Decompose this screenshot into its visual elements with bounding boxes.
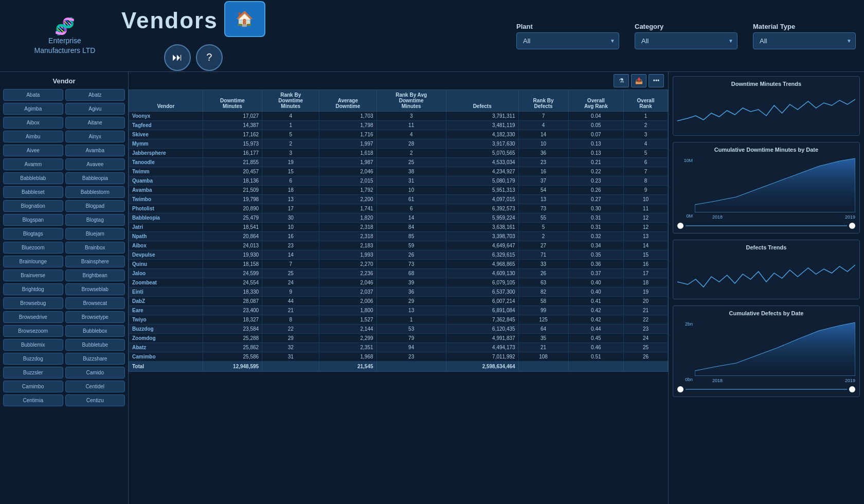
cell-defects: 5,080,179 [446,176,518,186]
table-row[interactable]: Quamba 18,136 6 2,015 31 5,080,179 37 0.… [129,176,668,186]
table-row[interactable]: Buzzdog 23,584 22 2,144 53 6,120,435 64 … [129,325,668,334]
vendor-button[interactable]: Abatz [65,89,125,101]
vendor-button[interactable]: Camido [65,367,125,379]
vendor-button[interactable]: Agimba [3,103,63,115]
table-row[interactable]: Twimm 20,457 15 2,046 38 4,234,927 16 0.… [129,167,668,176]
defects-slider-left-dot[interactable] [677,386,683,392]
vendor-button[interactable]: Buzzshare [65,353,125,365]
cell-rank-defects: 13 [518,195,568,204]
table-row[interactable]: Zoomdog 25,288 29 2,299 79 4,991,837 35 … [129,334,668,343]
vendor-button[interactable]: Buzzsler [3,367,63,379]
cell-downtime: 18,136 [203,176,262,186]
vendor-button[interactable]: Agivu [65,103,125,115]
table-row[interactable]: Camimbo 25,586 31 1,968 23 7,011,992 108… [129,352,668,362]
table-row[interactable]: Voonyx 17,027 4 1,703 3 3,791,311 7 0.04… [129,112,668,121]
table-row[interactable]: Jaloo 24,599 25 2,236 68 4,609,130 26 0.… [129,269,668,278]
vendor-button[interactable]: Brightbean [65,269,125,281]
vendor-button[interactable]: Blogspan [3,214,63,226]
table-row[interactable]: Tagfeed 14,387 1 1,798 11 3,481,119 4 0.… [129,121,668,130]
vendor-table-wrapper[interactable]: Vendor DowntimeMinutes Rank ByDowntimeMi… [129,89,668,504]
table-row[interactable]: Babbleopia 25,479 30 1,820 14 5,959,224 … [129,213,668,223]
table-row[interactable]: Photolist 20,890 17 1,741 6 6,392,573 73… [129,204,668,213]
vendor-button[interactable]: Babbleblab [3,172,63,184]
slider-left-dot[interactable] [677,223,683,229]
cell-overall-avg: 0.22 [568,167,624,176]
table-row[interactable]: Npath 20,864 16 2,318 85 3,398,703 2 0.3… [129,232,668,241]
vendor-button[interactable]: Browsedrive [3,311,63,323]
vendor-button[interactable]: Bubblemix [3,339,63,351]
cumulative-defects-slider[interactable] [677,386,855,392]
table-row[interactable]: Aibox 24,013 23 2,183 59 4,649,647 27 0.… [129,241,668,250]
vendor-button[interactable]: Bluejam [65,228,125,240]
table-row[interactable]: Twiyo 18,327 8 1,527 1 7,362,845 125 0.4… [129,315,668,325]
defects-slider-right-dot[interactable] [849,386,855,392]
vendor-button[interactable]: Brainverse [3,269,63,281]
vendor-button[interactable]: Abata [3,89,63,101]
fast-forward-button[interactable]: ⏭ [164,44,191,71]
vendor-button[interactable]: Blogpad [65,200,125,212]
vendor-button[interactable]: Blognation [3,200,63,212]
vendor-button[interactable]: Browsecat [65,297,125,309]
vendor-button[interactable]: Ainyx [65,131,125,142]
vendor-button[interactable]: Bubbletube [65,339,125,351]
vendor-button[interactable]: Babblestorm [65,186,125,198]
vendor-button[interactable]: Avavee [65,158,125,170]
vendor-button[interactable]: Brainsphere [65,256,125,267]
vendor-button[interactable]: Aimbu [3,131,63,142]
table-row[interactable]: Eare 23,400 21 1,800 13 6,891,084 99 0.4… [129,306,668,315]
vendor-button[interactable]: Bluezoom [3,242,63,254]
plant-select[interactable]: All [516,32,619,49]
vendor-button[interactable]: Avamm [3,158,63,170]
vendor-button[interactable]: Blogtag [65,214,125,226]
cell-overall: 23 [624,325,668,334]
vendor-button[interactable]: Aitane [65,117,125,129]
vendor-button[interactable]: Avamba [65,145,125,156]
table-row[interactable]: Jatri 18,541 10 2,318 84 3,638,161 5 0.3… [129,223,668,232]
cumulative-downtime-slider[interactable] [677,223,855,229]
cell-overall: 11 [624,204,668,213]
vendor-button[interactable]: Babbleopia [65,172,125,184]
home-button[interactable]: 🏠 [224,1,265,37]
vendor-button[interactable]: Blogtags [3,228,63,240]
cell-rank-defects: 71 [518,250,568,260]
vendor-button[interactable]: Camimbo [3,381,63,392]
more-toolbar-button[interactable]: ••• [649,74,664,87]
table-row[interactable]: DabZ 28,087 44 2,006 29 6,007,214 58 0.4… [129,297,668,306]
material-type-select[interactable]: All [753,32,856,49]
table-row[interactable]: Zoombeat 24,554 24 2,046 39 6,079,105 63… [129,278,668,287]
vendor-button[interactable]: Browseblab [65,283,125,295]
table-row[interactable]: Abatz 25,862 32 2,351 94 4,494,173 21 0.… [129,343,668,352]
vendor-button[interactable]: Bubblebox [65,325,125,337]
table-row[interactable]: Quinu 18,158 7 2,270 73 4,968,865 33 0.3… [129,260,668,269]
help-button[interactable]: ? [196,44,223,71]
table-row[interactable]: Mymm 15,973 2 1,997 28 3,917,630 10 0.13… [129,139,668,149]
vendor-button[interactable]: Centimia [3,394,63,406]
vendor-button[interactable]: Aivee [3,145,63,156]
vendor-button[interactable]: Brainlounge [3,256,63,267]
table-row[interactable]: Skivee 17,162 5 1,716 4 4,182,330 14 0.0… [129,130,668,139]
vendor-button[interactable]: Buzzdog [3,353,63,365]
table-row[interactable]: Tanoodle 21,855 19 1,987 25 4,533,034 23… [129,158,668,167]
vendor-button[interactable]: Centidel [65,381,125,392]
vendor-button[interactable]: Browsebug [3,297,63,309]
cell-overall-avg: 0.44 [568,325,624,334]
cell-avg-downtime: 1,741 [319,204,376,213]
vendor-button[interactable]: Aibox [3,117,63,129]
table-row[interactable]: Twimbo 19,798 13 2,200 61 4,097,015 13 0… [129,195,668,204]
vendor-button[interactable]: Centizu [65,394,125,406]
table-row[interactable]: Einti 18,330 9 2,037 36 6,537,300 82 0.4… [129,287,668,297]
vendor-button[interactable]: Brainbox [65,242,125,254]
slider-right-dot[interactable] [849,223,855,229]
export-toolbar-button[interactable]: 📤 [631,74,646,87]
cell-overall-avg: 0.42 [568,315,624,325]
vendor-button[interactable]: Browsetype [65,311,125,323]
vendor-button[interactable]: Browsezoom [3,325,63,337]
cell-rank-downtime: 24 [262,278,319,287]
vendor-button[interactable]: Babbleset [3,186,63,198]
table-row[interactable]: Avamba 21,509 18 1,792 10 5,951,313 54 0… [129,186,668,195]
category-select[interactable]: All [635,32,737,49]
vendor-button[interactable]: Brightdog [3,283,63,295]
table-row[interactable]: Devpulse 19,930 14 1,993 26 6,329,615 71… [129,250,668,260]
filter-toolbar-button[interactable]: ⚗ [614,74,629,87]
table-row[interactable]: Jabbersphere 16,177 3 1,618 2 5,070,565 … [129,149,668,158]
